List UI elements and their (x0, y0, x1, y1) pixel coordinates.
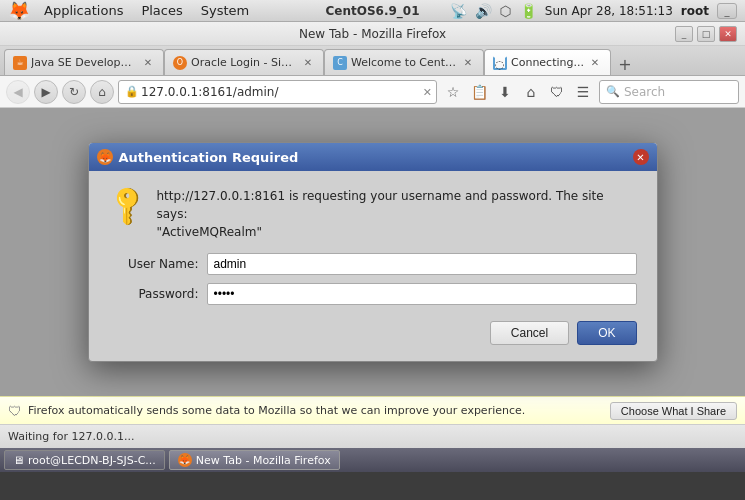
tab-oracle-favicon: O (173, 56, 187, 70)
modal-ff-icon: 🦊 (97, 149, 113, 165)
modal-title-text: Authentication Required (119, 150, 299, 165)
key-icon: 🔑 (101, 180, 152, 231)
modal-fields: User Name: Password: (109, 253, 637, 305)
search-icon: 🔍 (606, 85, 620, 98)
modal-buttons: Cancel OK (109, 317, 637, 345)
tab-oracle-label: Oracle Login - Single ... (191, 56, 297, 69)
status-bar: Waiting for 127.0.0.1... (0, 424, 745, 448)
choose-share-btn[interactable]: Choose What I Share (610, 402, 737, 420)
info-text: Firefox automatically sends some data to… (28, 404, 604, 417)
modal-body: 🔑 http://127.0.0.1:8161 is requesting yo… (89, 171, 657, 361)
modal-info-row: 🔑 http://127.0.0.1:8161 is requesting yo… (109, 187, 637, 241)
auth-modal: 🦊 Authentication Required ✕ 🔑 http://127… (88, 142, 658, 362)
password-field-row: Password: (109, 283, 637, 305)
panel-right: 📡 🔊 ⬡ 🔋 Sun Apr 28, 18:51:13 root _ (450, 3, 737, 19)
taskbar-firefox-label: New Tab - Mozilla Firefox (196, 454, 331, 467)
firefox-titlebar-buttons: _ □ ✕ (675, 26, 737, 42)
cancel-button[interactable]: Cancel (490, 321, 569, 345)
modal-titlebar: 🦊 Authentication Required ✕ (89, 143, 657, 171)
taskbar-terminal[interactable]: 🖥 root@LECDN-BJ-SJS-C... (4, 450, 165, 470)
tab-centos-close[interactable]: ✕ (461, 56, 475, 70)
toolbar-icons: ☆ 📋 ⬇ ⌂ 🛡 ☰ (441, 80, 595, 104)
home-btn[interactable]: ⌂ (90, 80, 114, 104)
reload-btn[interactable]: ↻ (62, 80, 86, 104)
tab-java-label: Java SE Developmen... (31, 56, 137, 69)
network-icon: 📡 (450, 3, 467, 19)
taskbar-firefox-icon: 🦊 (178, 453, 192, 467)
tab-bar: ☕ Java SE Developmen... ✕ O Oracle Login… (0, 46, 745, 76)
password-label: Password: (109, 287, 199, 301)
tab-java-favicon: ☕ (13, 56, 27, 70)
tab-java-close[interactable]: ✕ (141, 56, 155, 70)
volume-icon: 🔊 (475, 3, 492, 19)
gnome-menu: Applications Places System (36, 1, 257, 20)
ff-maximize-btn[interactable]: □ (697, 26, 715, 42)
password-input[interactable] (207, 283, 637, 305)
os-title: CentOS6.9_01 (325, 4, 419, 18)
username: root (681, 4, 709, 18)
tab-centos-favicon: C (333, 56, 347, 70)
modal-close-btn[interactable]: ✕ (633, 149, 649, 165)
taskbar-firefox[interactable]: 🦊 New Tab - Mozilla Firefox (169, 450, 340, 470)
modal-title-left: 🦊 Authentication Required (97, 149, 299, 165)
secure-icon: 🔒 (125, 85, 139, 98)
datetime: Sun Apr 28, 18:51:13 (545, 4, 673, 18)
tab-connecting-close[interactable]: ✕ (588, 56, 602, 70)
tab-oracle-close[interactable]: ✕ (301, 56, 315, 70)
shield-btn[interactable]: 🛡 (545, 80, 569, 104)
tab-oracle[interactable]: O Oracle Login - Single ... ✕ (164, 49, 324, 75)
taskbar-terminal-label: root@LECDN-BJ-SJS-C... (28, 454, 156, 467)
modal-overlay: 🦊 Authentication Required ✕ 🔑 http://127… (0, 108, 745, 396)
forward-btn[interactable]: ▶ (34, 80, 58, 104)
modal-info-text: http://127.0.0.1:8161 is requesting your… (157, 187, 637, 241)
new-tab-btn[interactable]: + (613, 53, 637, 75)
url-text: 127.0.0.1:8161/admin/ (141, 85, 279, 99)
panel-left: 🦊 Applications Places System (8, 0, 257, 22)
minimize-btn[interactable]: _ (717, 3, 737, 19)
username-input[interactable] (207, 253, 637, 275)
info-icon: 🛡 (8, 403, 22, 419)
terminal-icon: 🖥 (13, 454, 24, 467)
tab-java[interactable]: ☕ Java SE Developmen... ✕ (4, 49, 164, 75)
username-label: User Name: (109, 257, 199, 271)
gnome-top-panel: 🦊 Applications Places System CentOS6.9_0… (0, 0, 745, 22)
url-bar[interactable]: 🔒 127.0.0.1:8161/admin/ ✕ (118, 80, 437, 104)
tab-connecting-favicon: ◌ (493, 56, 507, 70)
system-menu[interactable]: System (193, 1, 257, 20)
back-btn[interactable]: ◀ (6, 80, 30, 104)
tab-connecting[interactable]: ◌ Connecting... ✕ (484, 49, 611, 75)
taskbar: 🖥 root@LECDN-BJ-SJS-C... 🦊 New Tab - Moz… (0, 448, 745, 472)
home2-btn[interactable]: ⌂ (519, 80, 543, 104)
applications-menu[interactable]: Applications (36, 1, 131, 20)
search-placeholder: Search (624, 85, 665, 99)
ok-button[interactable]: OK (577, 321, 636, 345)
firefox-window: New Tab - Mozilla Firefox _ □ ✕ ☕ Java S… (0, 22, 745, 448)
firefox-panel-icon[interactable]: 🦊 (8, 0, 30, 22)
username-field-row: User Name: (109, 253, 637, 275)
info-bar: 🛡 Firefox automatically sends some data … (0, 396, 745, 424)
download-btn[interactable]: ⬇ (493, 80, 517, 104)
battery-icon: 🔋 (520, 3, 537, 19)
search-box[interactable]: 🔍 Search (599, 80, 739, 104)
tab-centos[interactable]: C Welcome to CentOS ✕ (324, 49, 484, 75)
places-menu[interactable]: Places (133, 1, 190, 20)
firefox-titlebar: New Tab - Mozilla Firefox _ □ ✕ (0, 22, 745, 46)
menu-btn[interactable]: ☰ (571, 80, 595, 104)
ff-minimize-btn[interactable]: _ (675, 26, 693, 42)
bookmark-list-btn[interactable]: 📋 (467, 80, 491, 104)
browser-content: 🦊 Authentication Required ✕ 🔑 http://127… (0, 108, 745, 396)
bookmark-btn[interactable]: ☆ (441, 80, 465, 104)
url-clear-btn[interactable]: ✕ (423, 85, 432, 98)
status-text: Waiting for 127.0.0.1... (8, 430, 134, 443)
firefox-window-title: New Tab - Mozilla Firefox (299, 27, 446, 41)
tab-connecting-label: Connecting... (511, 56, 584, 69)
address-bar: ◀ ▶ ↻ ⌂ 🔒 127.0.0.1:8161/admin/ ✕ ☆ 📋 ⬇ … (0, 76, 745, 108)
tab-centos-label: Welcome to CentOS (351, 56, 457, 69)
bluetooth-icon: ⬡ (500, 3, 512, 19)
ff-close-btn[interactable]: ✕ (719, 26, 737, 42)
